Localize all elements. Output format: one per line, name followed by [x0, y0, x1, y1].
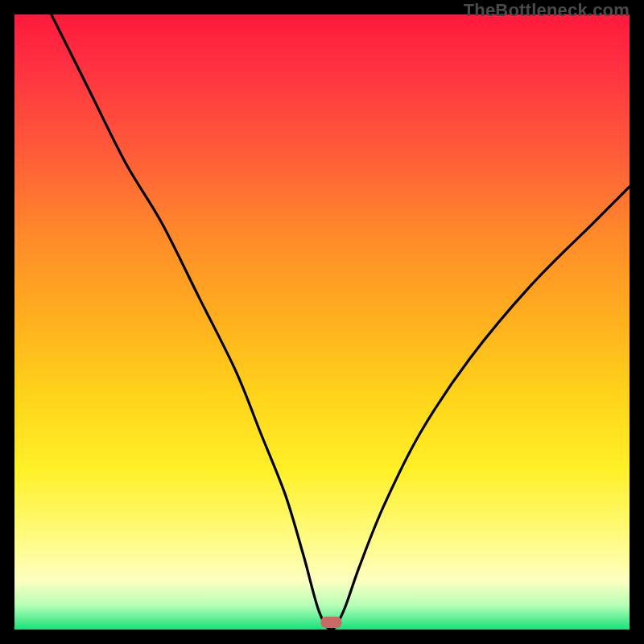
attribution-label: TheBottleneck.com: [464, 0, 630, 21]
min-marker: [321, 617, 342, 628]
curve-path: [52, 14, 630, 630]
bottleneck-curve: [14, 14, 630, 630]
plot-area: [14, 14, 630, 630]
chart-frame: TheBottleneck.com: [0, 0, 644, 644]
